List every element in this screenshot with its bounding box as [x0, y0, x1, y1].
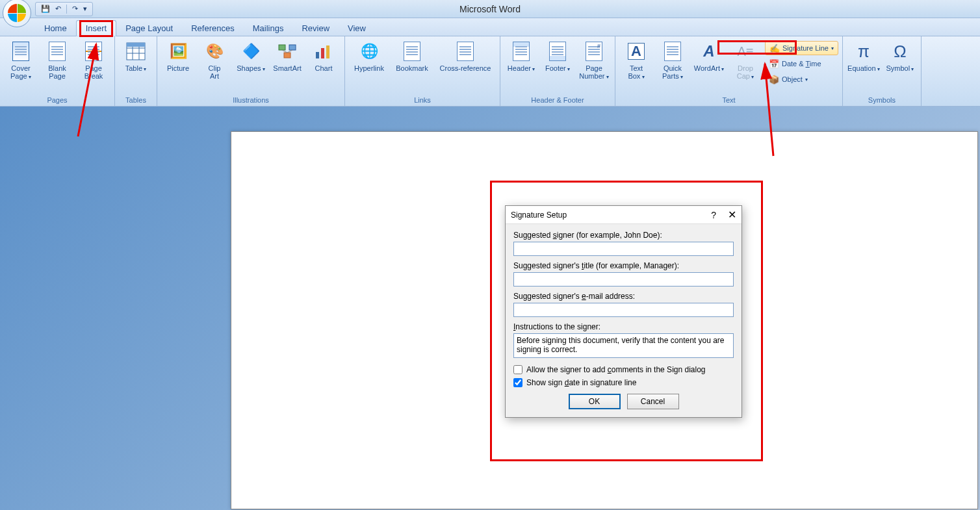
signer-input[interactable] [513, 242, 734, 256]
group-header-footer: Header Footer #Page Number Header & Foot… [500, 36, 615, 106]
symbol-icon: Ω [890, 41, 910, 62]
object-button[interactable]: 📦Object▾ [765, 72, 838, 86]
show-date-input[interactable] [513, 378, 522, 387]
date-time-icon: 📅 [769, 58, 779, 69]
group-links: 🌐Hyperlink Bookmark Cross-reference Link… [345, 36, 500, 106]
group-label-links: Links [349, 95, 496, 106]
show-date-checkbox[interactable]: Show sign date in signature line [513, 378, 734, 387]
group-label-text: Text [619, 95, 838, 106]
undo-icon[interactable]: ↶ [55, 5, 61, 13]
qat-separator [66, 5, 67, 14]
cancel-button[interactable]: Cancel [627, 394, 679, 409]
equation-icon: π [853, 41, 874, 62]
hyperlink-button[interactable]: 🌐Hyperlink [349, 38, 389, 89]
group-text: AText Box Quick Parts AWordArt A≡Drop Ca… [615, 36, 843, 106]
page-number-button[interactable]: #Page Number [577, 38, 611, 89]
group-label-tables: Tables [119, 95, 153, 106]
bookmark-button[interactable]: Bookmark [392, 38, 432, 89]
table-icon [125, 41, 146, 62]
allow-comments-checkbox[interactable]: Allow the signer to add comments in the … [513, 365, 734, 374]
shapes-icon: 🔷 [240, 41, 261, 62]
svg-line-10 [287, 50, 292, 53]
hyperlink-icon: 🌐 [359, 41, 380, 62]
dialog-title: Signature Setup [511, 210, 567, 220]
instructions-label: Instructions to the signer: [513, 322, 734, 331]
cover-page-icon [10, 41, 31, 62]
footer-icon [547, 41, 568, 62]
svg-rect-7 [289, 45, 296, 50]
equation-button[interactable]: πEquation [847, 38, 881, 89]
group-label-pages: Pages [4, 95, 110, 106]
ribbon-tabs: Home Insert Page Layout References Maili… [0, 18, 980, 36]
text-box-icon: A [626, 41, 647, 62]
app-title: Microsoft Word [459, 4, 521, 14]
allow-comments-input[interactable] [513, 365, 522, 374]
ribbon: Cover Page Blank Page Page Break Pages T… [0, 36, 980, 107]
svg-rect-6 [279, 45, 285, 50]
picture-button[interactable]: 🖼️Picture [161, 38, 195, 89]
signer-email-label: Suggested signer's e-mail address: [513, 292, 734, 301]
tab-page-layout[interactable]: Page Layout [116, 21, 182, 36]
signature-line-icon: ✍️ [769, 43, 780, 53]
cover-page-button[interactable]: Cover Page [4, 38, 38, 89]
signature-setup-dialog: Signature Setup ? ✕ Suggested signer (fo… [505, 205, 742, 418]
instructions-input[interactable] [513, 333, 734, 358]
tab-view[interactable]: View [339, 21, 375, 36]
office-button[interactable] [3, 0, 31, 27]
quick-parts-icon [662, 41, 683, 62]
wordart-button[interactable]: AWordArt [692, 38, 726, 89]
cross-reference-button[interactable]: Cross-reference [435, 38, 496, 89]
signer-email-input[interactable] [513, 303, 734, 317]
svg-rect-8 [284, 53, 290, 58]
object-icon: 📦 [769, 74, 779, 84]
tab-review[interactable]: Review [292, 21, 339, 36]
date-time-button[interactable]: 📅Date & Time [765, 57, 838, 71]
chart-icon [313, 41, 334, 62]
page-break-icon [83, 41, 104, 62]
quick-parts-button[interactable]: Quick Parts [656, 38, 690, 89]
chart-button[interactable]: Chart [307, 38, 341, 89]
tab-mailings[interactable]: Mailings [244, 21, 293, 36]
group-tables: Table Tables [115, 36, 157, 106]
save-icon[interactable]: 💾 [41, 5, 50, 13]
signer-label: Suggested signer (for example, John Doe)… [513, 231, 734, 240]
dialog-titlebar[interactable]: Signature Setup ? ✕ [506, 206, 741, 224]
close-icon[interactable]: ✕ [728, 209, 736, 221]
text-box-button[interactable]: AText Box [619, 38, 653, 89]
quick-access-toolbar: 💾 ↶ ↷ ▾ [35, 2, 93, 16]
wordart-icon: A [699, 41, 719, 62]
smartart-button[interactable]: SmartArt [270, 38, 304, 89]
ok-button[interactable]: OK [569, 394, 621, 409]
svg-rect-5 [127, 43, 145, 47]
cross-reference-icon [455, 41, 476, 62]
drop-cap-icon: A≡ [735, 41, 756, 62]
clip-art-button[interactable]: 🎨Clip Art [198, 38, 231, 89]
svg-rect-13 [326, 45, 329, 58]
page-number-icon: # [584, 41, 604, 62]
drop-cap-button[interactable]: A≡Drop Cap [729, 38, 762, 89]
clip-art-icon: 🎨 [204, 41, 225, 62]
signature-line-button[interactable]: ✍️Signature Line▾ [765, 41, 838, 55]
table-button[interactable]: Table [119, 38, 153, 89]
group-illustrations: 🖼️Picture 🎨Clip Art 🔷Shapes SmartArt Cha… [157, 36, 345, 106]
header-button[interactable]: Header [504, 38, 538, 89]
qat-more-icon[interactable]: ▾ [83, 5, 87, 13]
tab-home[interactable]: Home [35, 21, 76, 36]
footer-button[interactable]: Footer [541, 38, 574, 89]
svg-rect-12 [321, 48, 324, 58]
picture-icon: 🖼️ [168, 41, 188, 62]
svg-line-9 [282, 50, 287, 53]
tab-references[interactable]: References [182, 21, 243, 36]
signer-title-input[interactable] [513, 272, 734, 287]
blank-page-button[interactable]: Blank Page [40, 38, 74, 89]
help-icon[interactable]: ? [711, 210, 716, 220]
tab-insert[interactable]: Insert [76, 20, 117, 36]
redo-icon[interactable]: ↷ [72, 5, 78, 13]
symbol-button[interactable]: ΩSymbol [883, 38, 917, 89]
page-break-button[interactable]: Page Break [77, 38, 110, 89]
group-symbols: πEquation ΩSymbol Symbols [843, 36, 922, 106]
group-pages: Cover Page Blank Page Page Break Pages [0, 36, 115, 106]
bookmark-icon [402, 41, 422, 62]
shapes-button[interactable]: 🔷Shapes [234, 38, 268, 89]
titlebar: 💾 ↶ ↷ ▾ Microsoft Word [0, 0, 980, 18]
